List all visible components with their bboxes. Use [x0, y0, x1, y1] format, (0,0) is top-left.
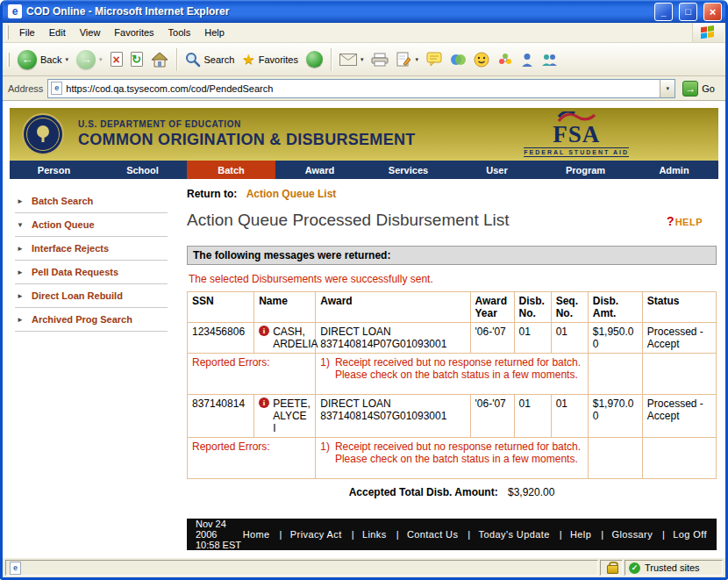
security-zone-pane: ✓ Trusted sites [625, 560, 723, 576]
nav-program[interactable]: Program [541, 161, 630, 179]
back-button[interactable]: ← Back ▾ [14, 48, 72, 71]
menu-help[interactable]: Help [197, 24, 232, 41]
menu-view[interactable]: View [73, 24, 108, 41]
mail-button[interactable]: ▾ [336, 52, 368, 68]
error-row: Reported Errors: 1) Receipt received but… [188, 438, 717, 479]
sidebar-item-batch-search[interactable]: ► Batch Search [15, 190, 168, 213]
footer-link-privacy-act[interactable]: Privacy Act [271, 529, 343, 540]
windows-logo-icon [692, 23, 724, 42]
media-button[interactable] [303, 49, 326, 69]
messages-header: The following messages were returned: [187, 246, 717, 265]
icq-button[interactable] [494, 50, 517, 69]
cell-disb-amt: $1,970.00 [588, 395, 642, 438]
nav-user[interactable]: User [453, 161, 541, 179]
messenger-icon [450, 53, 466, 67]
discuss-button[interactable] [423, 50, 446, 68]
help-link[interactable]: ? HELP [667, 214, 703, 228]
back-dropdown-icon[interactable]: ▾ [65, 56, 68, 63]
home-button[interactable] [147, 50, 172, 69]
menu-tools[interactable]: Tools [161, 24, 198, 41]
toolbar-grip[interactable] [6, 25, 9, 39]
menu-file[interactable]: File [12, 24, 42, 41]
page-footer: Nov 24 2006 10:58 EST Home Privacy Act L… [187, 519, 717, 550]
cell-name: i CASH, ARDELIA [254, 323, 316, 354]
forward-dropdown-icon: ▾ [99, 56, 103, 63]
community-button[interactable] [538, 51, 562, 68]
error-number: 1) [320, 356, 330, 381]
contact-button[interactable] [517, 51, 537, 68]
address-dropdown-icon[interactable]: ▾ [660, 80, 674, 97]
footer-link-log-off[interactable]: Log Off [653, 529, 708, 540]
yahoo-messenger-button[interactable] [470, 50, 493, 69]
sidebar-item-action-queue[interactable]: ▼ Action Queue [15, 213, 168, 237]
action-queue-list-link[interactable]: Action Queue List [246, 188, 337, 200]
total-row: Accepted Total Disb. Amount: $3,920.00 [188, 479, 717, 503]
toolbar-separator [331, 48, 332, 71]
status-main-pane: e [5, 560, 598, 576]
nav-person[interactable]: Person [10, 161, 98, 179]
minimize-button[interactable]: _ [654, 3, 673, 21]
sidebar-item-archived-prog-search[interactable]: ► Archived Prog Search [15, 308, 168, 332]
title-row: Action Queue Processed Disbursement List… [187, 211, 717, 230]
close-button[interactable]: × [703, 3, 722, 21]
favorites-star-icon: ★ [242, 53, 254, 67]
error-message-cell: 1) Receipt received but no response retu… [316, 438, 588, 479]
page-viewport: U.S. DEPARTMENT OF EDUCATION COMMON ORIG… [3, 101, 725, 557]
footer-link-links[interactable]: Links [343, 529, 388, 540]
go-arrow-icon: → [682, 81, 698, 97]
sidebar-item-direct-loan-rebuild[interactable]: ► Direct Loan Rebuild [15, 284, 168, 308]
footer-link-todays-update[interactable]: Today's Update [459, 529, 550, 540]
toolbar-grip[interactable] [7, 53, 10, 67]
footer-link-contact-us[interactable]: Contact Us [388, 529, 460, 540]
app-line: COMMON ORIGINATION & DISBURSEMENT [78, 131, 416, 149]
cell-name: i PEETE, ALYCE I [254, 395, 316, 438]
sidebar-item-interface-rejects[interactable]: ► Interface Rejects [15, 237, 168, 261]
home-icon [151, 52, 168, 68]
cell-disb-amt: $1,950.00 [588, 323, 642, 354]
refresh-button[interactable]: ↻ [127, 50, 146, 68]
nav-services[interactable]: Services [364, 161, 453, 179]
favorites-button[interactable]: ★ Favorites [239, 51, 302, 68]
col-award: Award [316, 292, 470, 323]
nav-batch[interactable]: Batch [187, 161, 275, 179]
info-icon[interactable]: i [259, 397, 269, 408]
go-button[interactable]: → Go [680, 79, 720, 98]
cell-seq-no: 01 [551, 323, 588, 354]
nav-admin[interactable]: Admin [630, 161, 718, 179]
error-number: 1) [320, 440, 330, 465]
primary-nav: Person School Batch Award Services User … [10, 161, 718, 179]
main-panel: Return to: Action Queue List Action Queu… [178, 179, 718, 550]
reported-errors-label: Reported Errors: [188, 354, 316, 395]
sidebar-item-pell-data-requests[interactable]: ► Pell Data Requests [15, 261, 168, 284]
help-question-icon: ? [667, 214, 674, 228]
window-title: COD Online - Microsoft Internet Explorer [26, 5, 648, 18]
nav-school[interactable]: School [98, 161, 187, 179]
page-icon: e [51, 82, 62, 95]
menu-favorites[interactable]: Favorites [107, 24, 161, 41]
stop-button[interactable]: × [107, 50, 126, 68]
table-header-row: SSN Name Award Award Year Disb. No. Seq.… [188, 292, 717, 323]
stop-icon: × [111, 52, 123, 67]
footer-link-glossary[interactable]: Glossary [592, 529, 653, 540]
person-icon [521, 53, 533, 67]
nav-award[interactable]: Award [275, 161, 364, 179]
search-button[interactable]: Search [182, 50, 239, 69]
print-button[interactable] [368, 51, 392, 68]
total-cell: Accepted Total Disb. Amount: $3,920.00 [188, 479, 717, 503]
cell-ssn: 837140814 [188, 395, 254, 438]
footer-link-home[interactable]: Home [242, 529, 271, 540]
maximize-button[interactable]: □ [679, 3, 697, 21]
cell-ssn: 123456806 [188, 323, 254, 354]
padlock-icon [607, 562, 617, 574]
footer-link-help[interactable]: Help [551, 529, 593, 540]
menu-edit[interactable]: Edit [42, 24, 73, 41]
arrow-right-icon: ► [17, 197, 25, 205]
address-url[interactable]: https://cod.qa.tsysecom.com/cod/PendedSe… [62, 83, 660, 94]
address-input[interactable]: e https://cod.qa.tsysecom.com/cod/Pended… [47, 79, 675, 98]
forward-button[interactable]: → ▾ [73, 48, 106, 71]
discuss-icon [426, 52, 442, 67]
info-icon[interactable]: i [259, 326, 269, 336]
fsa-subtitle: FEDERAL STUDENT AID [524, 147, 629, 157]
edit-button[interactable]: ▾ [393, 50, 422, 69]
messenger-button[interactable] [446, 51, 469, 68]
